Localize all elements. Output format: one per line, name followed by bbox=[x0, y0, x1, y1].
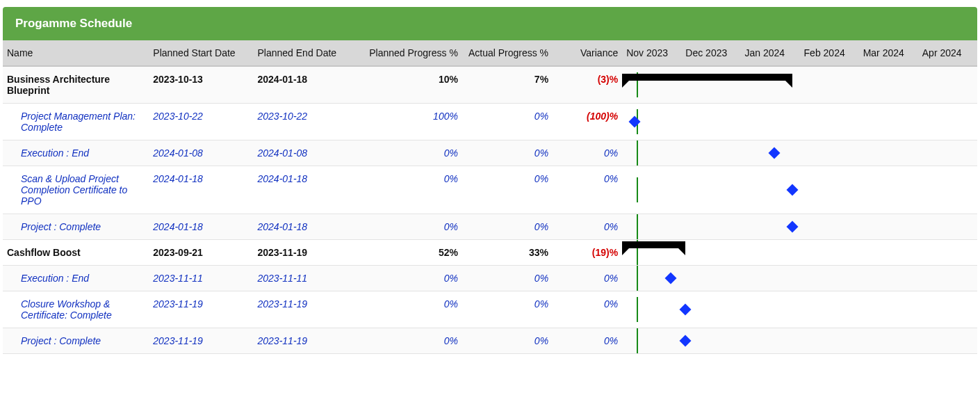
cell-planned-end: 2024-01-18 bbox=[254, 66, 358, 104]
cell-planned-progress: 0% bbox=[358, 140, 462, 166]
cell-planned-end: 2023-11-19 bbox=[254, 240, 358, 266]
cell-variance: (100)% bbox=[553, 104, 622, 140]
schedule-table: Name Planned Start Date Planned End Date… bbox=[3, 40, 977, 354]
summary-bar[interactable] bbox=[622, 74, 792, 81]
col-actual-progress[interactable]: Actual Progress % bbox=[462, 40, 553, 66]
col-name[interactable]: Name bbox=[3, 40, 149, 66]
cell-variance: (3)% bbox=[553, 66, 622, 104]
milestone-icon[interactable] bbox=[664, 273, 676, 284]
cell-planned-progress: 0% bbox=[358, 266, 462, 291]
cell-name: Execution : End bbox=[3, 266, 149, 291]
cell-variance: 0% bbox=[553, 328, 622, 354]
col-planned-progress[interactable]: Planned Progress % bbox=[358, 40, 462, 66]
summary-bar-cap-icon bbox=[678, 248, 685, 255]
milestone-icon[interactable] bbox=[787, 221, 799, 233]
milestone-icon[interactable] bbox=[629, 116, 641, 128]
cell-name: Project Management Plan: Complete bbox=[3, 104, 149, 140]
col-month: Nov 2023 bbox=[622, 40, 681, 66]
cell-planned-progress: 0% bbox=[358, 214, 462, 240]
cell-planned-progress: 0% bbox=[358, 291, 462, 328]
gantt-cell bbox=[622, 328, 977, 354]
table-row[interactable]: Project : Complete2024-01-182024-01-180%… bbox=[3, 214, 977, 240]
gantt-cell bbox=[622, 266, 977, 291]
gantt-cell bbox=[622, 240, 977, 266]
cell-planned-end: 2023-11-19 bbox=[254, 291, 358, 328]
cell-actual-progress: 7% bbox=[462, 66, 553, 104]
cell-planned-start: 2023-10-13 bbox=[149, 66, 253, 104]
cell-planned-start: 2023-11-19 bbox=[149, 328, 253, 354]
col-planned-end[interactable]: Planned End Date bbox=[254, 40, 358, 66]
cell-planned-end: 2024-01-08 bbox=[254, 140, 358, 166]
cell-planned-start: 2024-01-18 bbox=[149, 166, 253, 214]
col-planned-start[interactable]: Planned Start Date bbox=[149, 40, 253, 66]
cell-planned-start: 2023-11-11 bbox=[149, 266, 253, 291]
today-line bbox=[637, 297, 638, 322]
gantt-cell bbox=[622, 104, 977, 140]
cell-planned-start: 2023-10-22 bbox=[149, 104, 253, 140]
milestone-icon[interactable] bbox=[769, 147, 781, 159]
milestone-icon[interactable] bbox=[787, 184, 799, 196]
summary-bar-cap-icon bbox=[622, 81, 629, 88]
today-line bbox=[637, 328, 638, 353]
cell-planned-start: 2024-01-08 bbox=[149, 140, 253, 166]
gantt-cell bbox=[622, 291, 977, 328]
cell-name: Closure Workshop & Certificate: Complete bbox=[3, 291, 149, 328]
today-line bbox=[637, 140, 638, 166]
summary-bar-cap-icon bbox=[785, 81, 792, 88]
cell-name: Project : Complete bbox=[3, 328, 149, 354]
gantt-cell bbox=[622, 166, 977, 214]
cell-planned-start: 2024-01-18 bbox=[149, 214, 253, 240]
cell-variance: 0% bbox=[553, 266, 622, 291]
cell-name: Execution : End bbox=[3, 140, 149, 166]
today-line bbox=[637, 177, 638, 202]
gantt-cell bbox=[622, 66, 977, 104]
table-row[interactable]: Execution : End2023-11-112023-11-110%0%0… bbox=[3, 266, 977, 291]
cell-planned-end: 2023-11-19 bbox=[254, 328, 358, 354]
cell-actual-progress: 0% bbox=[462, 140, 553, 166]
cell-name: Project : Complete bbox=[3, 214, 149, 240]
cell-variance: 0% bbox=[553, 140, 622, 166]
col-month: Apr 2024 bbox=[918, 40, 977, 66]
gantt-cell bbox=[622, 214, 977, 240]
cell-name: Scan & Upload Project Completion Certifi… bbox=[3, 166, 149, 214]
col-month: Dec 2023 bbox=[681, 40, 740, 66]
cell-actual-progress: 0% bbox=[462, 328, 553, 354]
cell-actual-progress: 0% bbox=[462, 214, 553, 240]
today-line bbox=[637, 266, 638, 291]
table-row[interactable]: Project Management Plan: Complete2023-10… bbox=[3, 104, 977, 140]
cell-planned-start: 2023-09-21 bbox=[149, 240, 253, 266]
cell-actual-progress: 0% bbox=[462, 266, 553, 291]
table-row[interactable]: Business Architecture Blueprint2023-10-1… bbox=[3, 66, 977, 104]
cell-actual-progress: 0% bbox=[462, 166, 553, 214]
table-row[interactable]: Scan & Upload Project Completion Certifi… bbox=[3, 166, 977, 214]
cell-actual-progress: 0% bbox=[462, 291, 553, 328]
cell-name: Business Architecture Blueprint bbox=[3, 66, 149, 104]
col-month: Feb 2024 bbox=[800, 40, 859, 66]
cell-planned-start: 2023-11-19 bbox=[149, 291, 253, 328]
cell-variance: 0% bbox=[553, 291, 622, 328]
cell-planned-progress: 0% bbox=[358, 328, 462, 354]
table-row[interactable]: Cashflow Boost2023-09-212023-11-1952%33%… bbox=[3, 240, 977, 266]
cell-planned-progress: 0% bbox=[358, 166, 462, 214]
col-variance[interactable]: Variance bbox=[553, 40, 622, 66]
table-row[interactable]: Project : Complete2023-11-192023-11-190%… bbox=[3, 328, 977, 354]
cell-variance: 0% bbox=[553, 214, 622, 240]
col-month: Jan 2024 bbox=[740, 40, 799, 66]
cell-planned-progress: 52% bbox=[358, 240, 462, 266]
cell-planned-end: 2024-01-18 bbox=[254, 214, 358, 240]
cell-name: Cashflow Boost bbox=[3, 240, 149, 266]
today-line bbox=[637, 214, 638, 239]
cell-planned-end: 2024-01-18 bbox=[254, 166, 358, 214]
summary-bar-cap-icon bbox=[622, 248, 629, 255]
cell-planned-progress: 10% bbox=[358, 66, 462, 104]
col-month: Mar 2024 bbox=[859, 40, 918, 66]
column-header-row: Name Planned Start Date Planned End Date… bbox=[3, 40, 977, 66]
table-row[interactable]: Closure Workshop & Certificate: Complete… bbox=[3, 291, 977, 328]
table-row[interactable]: Execution : End2024-01-082024-01-080%0%0… bbox=[3, 140, 977, 166]
cell-variance: (19)% bbox=[553, 240, 622, 266]
summary-bar[interactable] bbox=[622, 241, 685, 248]
milestone-icon[interactable] bbox=[679, 335, 691, 347]
cell-actual-progress: 33% bbox=[462, 240, 553, 266]
milestone-icon[interactable] bbox=[679, 304, 691, 316]
gantt-cell bbox=[622, 140, 977, 166]
